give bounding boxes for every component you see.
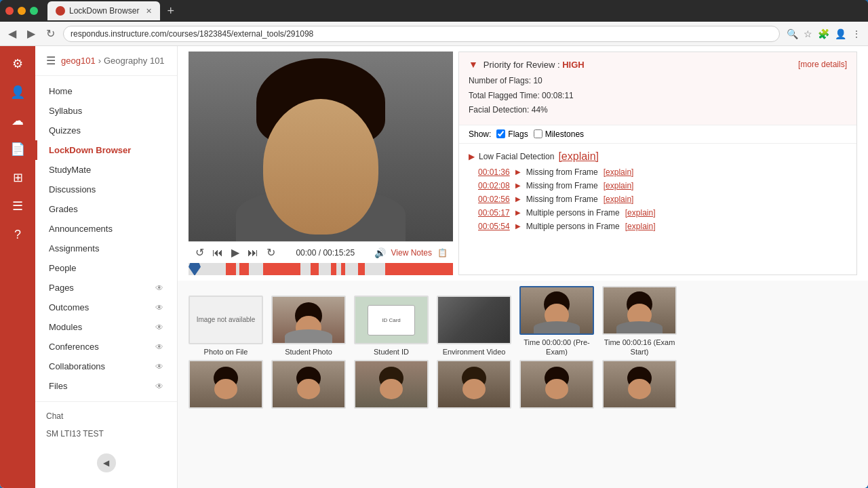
replay-button[interactable]: ↺ (194, 245, 205, 260)
thumb-box-student-id[interactable]: ID Card (354, 296, 429, 344)
thumb-student-photo[interactable]: Student Photo (271, 296, 346, 357)
sidebar-item-quizzes[interactable]: Quizzes (35, 121, 177, 140)
search-icon[interactable]: 🔍 (785, 27, 800, 41)
rail-cloud-icon[interactable]: ☁ (5, 108, 30, 133)
rail-help-icon[interactable]: ? (5, 222, 30, 247)
thumb-environment-video[interactable]: Environment Video (437, 296, 511, 357)
more-details-link[interactable]: [more details] (798, 60, 847, 69)
sidebar-collapse-button[interactable]: ◀ (97, 453, 116, 472)
flag-item-2[interactable]: 00:02:56 ▶ Missing from Frame [explain] (459, 192, 856, 206)
rail-grid-icon[interactable]: ⊞ (5, 165, 30, 190)
flag-item-3[interactable]: 00:05:17 ▶ Multiple persons in Frame [ex… (459, 206, 856, 220)
sidebar-item-grades[interactable]: Grades (35, 199, 177, 219)
thumb-box-row2-2[interactable] (271, 360, 346, 409)
thumb-time-0000[interactable]: Time 00:00:00 (Pre-Exam) (519, 286, 594, 357)
thumb-row2-6[interactable] (602, 360, 677, 409)
flag-item-0[interactable]: 00:01:36 ▶ Missing from Frame [explain] (459, 165, 856, 179)
thumb-row2-3[interactable] (354, 360, 429, 409)
address-bar[interactable]: respondus.instructure.com/courses/182384… (63, 26, 780, 42)
flags-checkbox[interactable] (496, 129, 505, 138)
flag-timestamp-1[interactable]: 00:02:08 (478, 181, 510, 190)
thumb-time-0016[interactable]: Time 00:00:16 (Exam Start) (602, 286, 677, 357)
menu-icon[interactable]: ⋮ (850, 27, 863, 41)
flag-explain-1[interactable]: [explain] (604, 181, 634, 190)
rail-user-icon[interactable]: 👤 (5, 80, 30, 104)
rail-gear-icon[interactable]: ⚙ (5, 52, 30, 76)
tab-close-button[interactable]: ✕ (146, 7, 152, 16)
flags-checkbox-label[interactable]: Flags (496, 129, 528, 139)
thumb-photo-on-file[interactable]: Image not available Photo on File (189, 296, 263, 357)
thumb-box-time-0000[interactable] (519, 286, 594, 335)
sidebar-item-studymate[interactable]: StudyMate (35, 160, 177, 180)
video-timeline[interactable] (189, 263, 453, 275)
sidebar-item-pages[interactable]: Pages 👁 (35, 278, 177, 298)
forward-button[interactable]: ▶ (24, 26, 38, 41)
flag-timestamp-4[interactable]: 00:05:54 (478, 222, 510, 231)
thumb-box-row2-3[interactable] (354, 360, 429, 409)
thumb-row2-1[interactable] (189, 360, 263, 409)
extension-icon[interactable]: 🧩 (816, 27, 831, 41)
sidebar-item-chat[interactable]: Chat (46, 407, 166, 425)
sidebar-item-lockdown[interactable]: LockDown Browser (35, 140, 177, 160)
skip-back-button[interactable]: ⏮ (211, 245, 224, 260)
breadcrumb-course-link[interactable]: geog101 (61, 56, 96, 66)
thumb-student-id[interactable]: ID Card Student ID (354, 296, 429, 357)
thumb-box-environment-video[interactable] (437, 296, 511, 344)
volume-button[interactable]: 🔊 (374, 247, 386, 258)
back-button[interactable]: ◀ (5, 26, 19, 41)
reload-button[interactable]: ↻ (43, 26, 58, 41)
thumb-box-row2-4[interactable] (437, 360, 511, 409)
milestones-checkbox-label[interactable]: Milestones (534, 129, 584, 139)
sidebar-menu-icon[interactable]: ☰ (46, 54, 56, 67)
thumb-row2-5[interactable] (519, 360, 594, 409)
thumb-box-row2-6[interactable] (602, 360, 677, 409)
timeline-thumb[interactable] (189, 263, 201, 275)
sidebar-item-discussions[interactable]: Discussions (35, 180, 177, 199)
bookmark-icon[interactable]: ☆ (802, 27, 814, 41)
rail-document-icon[interactable]: 📄 (5, 137, 30, 161)
thumb-row2-4[interactable] (437, 360, 511, 409)
forward-button[interactable]: ↻ (265, 245, 277, 260)
milestones-checkbox[interactable] (534, 129, 542, 138)
sidebar-item-collaborations[interactable]: Collaborations 👁 (35, 357, 177, 376)
flag-explain-0[interactable]: [explain] (604, 167, 634, 177)
flag-play-3[interactable]: ▶ (515, 209, 521, 216)
flag-category-explain[interactable]: [explain] (558, 150, 599, 163)
thumb-box-time-0016[interactable] (602, 286, 677, 335)
thumb-box-photo-on-file[interactable]: Image not available (189, 296, 263, 344)
flag-explain-2[interactable]: [explain] (604, 195, 634, 204)
profile-icon[interactable]: 👤 (833, 27, 848, 41)
flag-play-2[interactable]: ▶ (515, 195, 521, 203)
flag-timestamp-2[interactable]: 00:02:56 (478, 195, 510, 204)
new-tab-button[interactable]: + (167, 4, 174, 18)
flag-item-4[interactable]: 00:05:54 ▶ Multiple persons in Frame [ex… (459, 220, 856, 233)
play-button[interactable]: ▶ (230, 245, 241, 260)
sidebar-item-smtest[interactable]: SM LTI13 TEST (46, 425, 166, 443)
skip-forward-button[interactable]: ⏭ (246, 245, 260, 260)
sidebar-item-people[interactable]: People (35, 258, 177, 278)
flag-item-1[interactable]: 00:02:08 ▶ Missing from Frame [explain] (459, 179, 856, 192)
sidebar-item-conferences[interactable]: Conferences 👁 (35, 337, 177, 357)
flag-explain-4[interactable]: [explain] (625, 222, 656, 231)
sidebar-item-modules[interactable]: Modules 👁 (35, 317, 177, 337)
rail-list-icon[interactable]: ☰ (5, 194, 30, 218)
sidebar-item-syllabus[interactable]: Syllabus (35, 101, 177, 121)
flag-category-facial[interactable]: ▶ Low Facial Detection [explain] (459, 148, 856, 165)
sidebar-item-outcomes[interactable]: Outcomes 👁 (35, 298, 177, 317)
view-notes-button[interactable]: View Notes (391, 248, 432, 258)
flag-play-0[interactable]: ▶ (515, 168, 521, 176)
thumb-box-row2-1[interactable] (189, 360, 263, 409)
flag-timestamp-3[interactable]: 00:05:17 (478, 208, 510, 218)
thumb-row2-2[interactable] (271, 360, 346, 409)
flag-play-4[interactable]: ▶ (515, 222, 521, 230)
flag-timestamp-0[interactable]: 00:01:36 (478, 167, 510, 177)
sidebar-item-assignments[interactable]: Assignments (35, 239, 177, 258)
browser-tab[interactable]: LockDown Browser ✕ (47, 1, 160, 20)
flag-play-1[interactable]: ▶ (515, 182, 521, 189)
thumb-box-student-photo[interactable] (271, 296, 346, 344)
sidebar-item-files[interactable]: Files 👁 (35, 376, 177, 396)
flag-explain-3[interactable]: [explain] (625, 208, 656, 218)
close-dot[interactable] (5, 7, 14, 15)
minimize-dot[interactable] (18, 7, 26, 15)
thumb-box-row2-5[interactable] (519, 360, 594, 409)
